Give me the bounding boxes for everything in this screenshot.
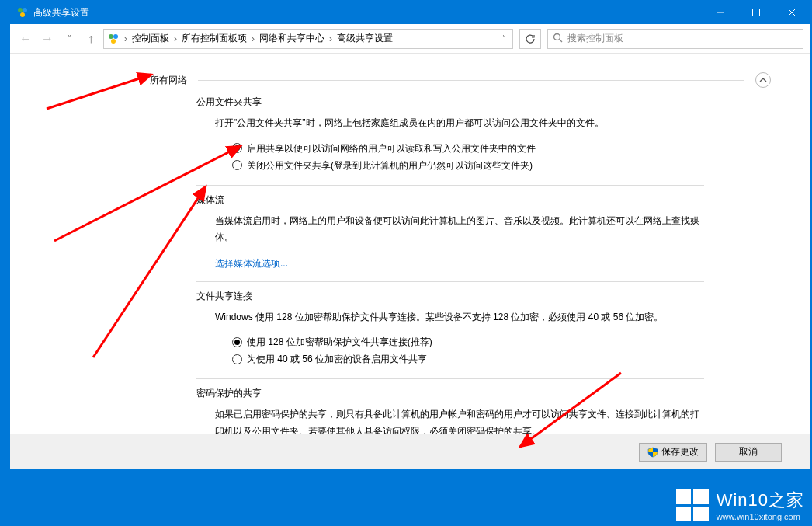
chevron-right-icon[interactable]: › <box>123 33 129 44</box>
chevron-right-icon[interactable]: › <box>172 33 179 44</box>
password-heading: 密码保护的共享 <box>196 387 704 400</box>
location-icon <box>107 33 120 45</box>
address-dropdown-icon[interactable]: ˅ <box>499 34 509 43</box>
chevron-right-icon[interactable]: › <box>328 33 334 44</box>
window-title: 高级共享设置 <box>33 6 89 19</box>
public-share-radios: 启用共享以便可以访问网络的用户可以读取和写入公用文件夹中的文件 关闭公用文件夹共… <box>232 140 704 174</box>
svg-point-2 <box>20 12 25 17</box>
svg-rect-4 <box>753 9 760 16</box>
radio-label: 启用共享以便可以访问网络的用户可以读取和写入公用文件夹中的文件 <box>247 140 536 157</box>
content-scroll[interactable]: 所有网络 公用文件夹共享 打开"公用文件夹共享"时，网络上包括家庭组成员在内的用… <box>10 54 797 434</box>
watermark: Win10之家 www.win10xitong.com <box>676 489 804 521</box>
chevron-right-icon[interactable]: › <box>250 33 256 44</box>
navigation-bar: ← → ˅ ↑ › 控制面板 › 所有控制面板项 › 网络和共享中心 › 高级共… <box>10 24 810 54</box>
shield-icon <box>647 447 658 458</box>
recent-locations-button[interactable]: ˅ <box>60 30 78 48</box>
watermark-brand-zh: 之家 <box>769 490 804 510</box>
breadcrumb[interactable]: 所有控制面板项 <box>182 32 247 45</box>
titlebar: 高级共享设置 <box>10 1 810 24</box>
public-share-desc: 打开"公用文件夹共享"时，网络上包括家庭组成员在内的用户都可以访问公用文件夹中的… <box>215 115 704 132</box>
radio-icon <box>232 354 242 364</box>
search-placeholder: 搜索控制面板 <box>567 32 623 45</box>
public-share-heading: 公用文件夹共享 <box>196 96 704 109</box>
close-button[interactable] <box>774 1 810 24</box>
windows-logo-icon <box>676 489 709 521</box>
svg-point-1 <box>23 8 27 12</box>
radio-40-56bit[interactable]: 为使用 40 或 56 位加密的设备启用文件共享 <box>232 350 704 368</box>
footer: 保存更改 取消 <box>10 434 810 469</box>
content-area: 所有网络 公用文件夹共享 打开"公用文件夹共享"时，网络上包括家庭组成员在内的用… <box>10 54 810 434</box>
app-icon <box>16 6 29 19</box>
media-options-link[interactable]: 选择媒体流选项... <box>215 257 288 270</box>
search-input[interactable]: 搜索控制面板 <box>547 29 803 49</box>
radio-disable-public-share[interactable]: 关闭公用文件夹共享(登录到此计算机的用户仍然可以访问这些文件夹) <box>232 157 704 174</box>
svg-point-9 <box>111 39 116 44</box>
save-button[interactable]: 保存更改 <box>639 443 707 462</box>
section-all-networks: 所有网络 <box>150 72 782 88</box>
minimize-button[interactable] <box>703 1 738 24</box>
svg-point-8 <box>113 34 118 39</box>
forward-button[interactable]: → <box>38 30 57 48</box>
media-heading: 媒体流 <box>196 193 704 207</box>
media-desc: 当媒体流启用时，网络上的用户和设备便可以访问此计算机上的图片、音乐以及视频。此计… <box>215 213 704 246</box>
radio-128bit[interactable]: 使用 128 位加密帮助保护文件共享连接(推荐) <box>232 333 704 350</box>
svg-point-0 <box>18 8 23 12</box>
window: 高级共享设置 ← → ˅ ↑ › 控制面板 › 所有控制面板项 › 网络和共享中… <box>9 0 810 470</box>
breadcrumb[interactable]: 网络和共享中心 <box>259 32 324 45</box>
file-conn-radios: 使用 128 位加密帮助保护文件共享连接(推荐) 为使用 40 或 56 位加密… <box>232 333 704 368</box>
radio-enable-public-share[interactable]: 启用共享以便可以访问网络的用户可以读取和写入公用文件夹中的文件 <box>232 140 704 157</box>
save-label: 保存更改 <box>661 445 699 458</box>
section-title: 所有网络 <box>150 74 187 87</box>
svg-point-7 <box>109 34 113 39</box>
radio-icon <box>232 143 242 153</box>
svg-line-11 <box>560 40 562 42</box>
radio-label: 为使用 40 或 56 位加密的设备启用文件共享 <box>247 350 427 368</box>
radio-label: 关闭公用文件夹共享(登录到此计算机的用户仍然可以访问这些文件夹) <box>247 157 533 174</box>
refresh-button[interactable] <box>519 29 541 49</box>
breadcrumb[interactable]: 高级共享设置 <box>337 32 393 45</box>
address-bar[interactable]: › 控制面板 › 所有控制面板项 › 网络和共享中心 › 高级共享设置 ˅ <box>103 29 513 49</box>
radio-icon <box>232 337 242 347</box>
file-conn-heading: 文件共享连接 <box>196 290 704 303</box>
file-conn-desc: Windows 使用 128 位加密帮助保护文件共享连接。某些设备不支持 128… <box>215 309 704 326</box>
cancel-label: 取消 <box>739 445 758 458</box>
watermark-url: www.win10xitong.com <box>717 512 804 521</box>
radio-label: 使用 128 位加密帮助保护文件共享连接(推荐) <box>247 333 432 350</box>
collapse-button[interactable] <box>755 72 771 88</box>
divider <box>198 80 744 81</box>
watermark-brand-en: Win10 <box>717 490 769 510</box>
svg-point-10 <box>554 33 560 40</box>
search-icon <box>553 33 563 45</box>
radio-icon <box>232 160 242 170</box>
up-button[interactable]: ↑ <box>82 30 100 48</box>
back-button[interactable]: ← <box>16 30 35 48</box>
cancel-button[interactable]: 取消 <box>715 443 782 462</box>
password-desc: 如果已启用密码保护的共享，则只有具备此计算机的用户帐户和密码的用户才可以访问共享… <box>215 406 704 434</box>
breadcrumb[interactable]: 控制面板 <box>132 32 169 45</box>
maximize-button[interactable] <box>738 1 774 24</box>
